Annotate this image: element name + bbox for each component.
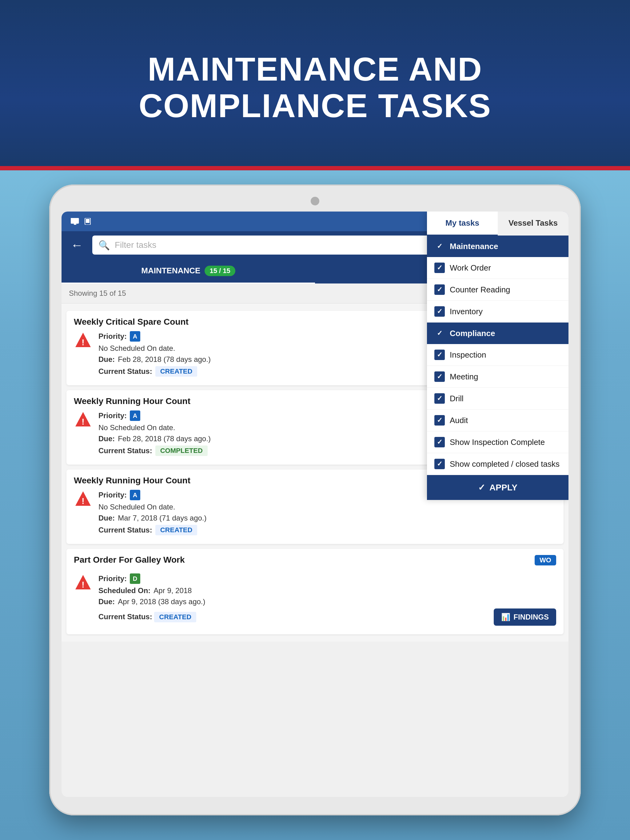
- inventory-checkbox[interactable]: ✓: [434, 306, 445, 317]
- tablet-camera: [311, 197, 319, 205]
- filter-section-maintenance: ✓ Maintenance: [427, 235, 568, 257]
- svg-rect-1: [74, 224, 76, 225]
- task-details: Priority: D Scheduled On: Apr 9, 2018 Du…: [98, 573, 556, 628]
- svg-text:!: !: [82, 580, 84, 589]
- filter-item-inventory[interactable]: ✓ Inventory: [427, 301, 568, 322]
- filter-item-counter-reading[interactable]: ✓ Counter Reading: [427, 279, 568, 301]
- status-badge: CREATED: [155, 366, 198, 377]
- status-row: Current Status: CREATED 📊 FINDINGS: [98, 608, 556, 626]
- svg-text:!: !: [82, 338, 84, 347]
- svg-rect-0: [71, 218, 79, 224]
- status-badge: CREATED: [155, 525, 198, 535]
- task-body: ! Priority: D Scheduled On: Apr 9, 2018: [74, 573, 556, 628]
- priority-badge: D: [130, 573, 140, 584]
- filter-section-compliance: ✓ Compliance: [427, 322, 568, 344]
- search-icon: 🔍: [98, 240, 110, 251]
- screen-icon: [71, 218, 79, 225]
- status-row: Current Status: CREATED: [98, 525, 556, 535]
- priority-badge: A: [130, 411, 140, 421]
- alert-icon: !: [74, 573, 92, 592]
- search-input[interactable]: Filter tasks: [115, 240, 156, 250]
- filter-tab-bar: My tasks Vessel Tasks: [427, 212, 568, 235]
- tablet-screen: ✦ 📶 ▌▌▌ 56% 11:43 ← 🔍 Filter tasks MAINT…: [62, 212, 568, 797]
- task-card-header: Part Order For Galley Work WO: [74, 555, 556, 569]
- alert-icon: !: [74, 411, 92, 429]
- red-divider: [0, 166, 630, 171]
- svg-text:!: !: [82, 417, 84, 426]
- maintenance-badge: 15 / 15: [204, 266, 235, 276]
- alert-icon: !: [74, 490, 92, 508]
- due-row: Due: Mar 7, 2018 (71 days ago.): [98, 514, 556, 523]
- counter-reading-checkbox[interactable]: ✓: [434, 284, 445, 295]
- alert-icon: !: [74, 331, 92, 350]
- meeting-checkbox[interactable]: ✓: [434, 371, 445, 382]
- show-completed-closed-checkbox[interactable]: ✓: [434, 459, 445, 469]
- filter-tab-my-tasks[interactable]: My tasks: [427, 212, 498, 235]
- due-row: Due: Apr 9, 2018 (38 days ago.): [98, 597, 556, 606]
- filter-item-inspection[interactable]: ✓ Inspection: [427, 344, 568, 366]
- status-badge: CREATED: [154, 612, 196, 622]
- svg-text:!: !: [82, 496, 84, 506]
- filter-item-audit[interactable]: ✓ Audit: [427, 409, 568, 431]
- page-title: MAINTENANCE AND COMPLIANCE TASKS: [139, 51, 491, 124]
- priority-badge: A: [130, 490, 140, 500]
- inspection-checkbox[interactable]: ✓: [434, 350, 445, 360]
- apply-label: APPLY: [489, 483, 518, 493]
- show-inspection-complete-checkbox[interactable]: ✓: [434, 437, 445, 447]
- svg-rect-3: [86, 219, 90, 223]
- work-order-checkbox[interactable]: ✓: [434, 262, 445, 273]
- filter-dropdown: My tasks Vessel Tasks ✓ Maintenance ✓ Wo…: [427, 212, 568, 500]
- top-banner: MAINTENANCE AND COMPLIANCE TASKS: [0, 0, 630, 166]
- filter-tab-vessel-tasks[interactable]: Vessel Tasks: [498, 212, 568, 235]
- scheduled-row: Scheduled On: Apr 9, 2018: [98, 586, 556, 595]
- status-bar-left: [71, 218, 91, 225]
- priority-row: Priority: D: [98, 573, 556, 584]
- filter-item-work-order[interactable]: ✓ Work Order: [427, 257, 568, 279]
- apply-icon: ✓: [478, 482, 485, 493]
- scheduled-row: No Scheduled On date.: [98, 503, 556, 511]
- maintenance-checkbox[interactable]: ✓: [434, 241, 445, 251]
- compliance-checkbox[interactable]: ✓: [434, 328, 445, 338]
- priority-badge: A: [130, 331, 140, 342]
- findings-button[interactable]: 📊 FINDINGS: [494, 608, 556, 626]
- wo-badge: WO: [535, 555, 556, 565]
- filter-item-show-inspection-complete[interactable]: ✓ Show Inspection Complete: [427, 431, 568, 453]
- filter-item-show-completed-closed[interactable]: ✓ Show completed / closed tasks: [427, 453, 568, 475]
- filter-item-drill[interactable]: ✓ Drill: [427, 388, 568, 409]
- findings-icon: 📊: [501, 613, 510, 621]
- filter-item-meeting[interactable]: ✓ Meeting: [427, 366, 568, 388]
- audit-checkbox[interactable]: ✓: [434, 415, 445, 426]
- tab-maintenance[interactable]: MAINTENANCE 15 / 15: [62, 259, 315, 284]
- phone-icon: [84, 218, 91, 225]
- apply-button[interactable]: ✓ APPLY: [427, 475, 568, 500]
- drill-checkbox[interactable]: ✓: [434, 393, 445, 404]
- status-badge: COMPLETED: [155, 445, 207, 456]
- back-button[interactable]: ←: [68, 235, 86, 255]
- task-card: Part Order For Galley Work WO ! Priority…: [66, 549, 564, 634]
- task-title: Part Order For Galley Work: [74, 555, 185, 565]
- tablet-frame: ✦ 📶 ▌▌▌ 56% 11:43 ← 🔍 Filter tasks MAINT…: [49, 185, 581, 815]
